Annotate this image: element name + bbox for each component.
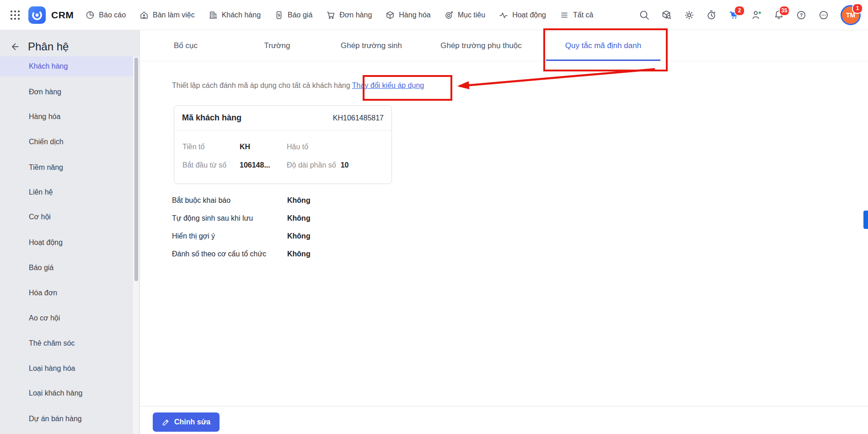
field-label: Tiền tố [182, 143, 240, 151]
crm-logo-icon[interactable] [28, 6, 46, 24]
sidebar-item-loai-hang-hoa[interactable]: Loại hàng hóa [0, 358, 134, 379]
nav-item-khach-hang[interactable]: Khách hàng [209, 11, 261, 20]
pencil-icon [162, 418, 170, 426]
reminder-clock-icon[interactable] [706, 10, 717, 21]
sidebar-item-label: Khách hàng [29, 62, 68, 71]
feedback-pull-tab[interactable] [863, 211, 868, 229]
cart-badge: 2 [734, 5, 745, 16]
settings-gear-icon[interactable] [684, 10, 695, 21]
field-hau-to: Hậu tố [287, 143, 313, 151]
sidebar-item-hang-hoa[interactable]: Hàng hóa [0, 107, 134, 127]
add-user-icon[interactable] [751, 10, 762, 21]
nav-item-don-hang[interactable]: Đơn hàng [326, 11, 372, 20]
sidebar-item-ao-co-hoi[interactable]: Ao cơ hội [0, 308, 134, 328]
nav-item-label: Khách hàng [222, 11, 261, 19]
app-grid-icon[interactable] [7, 7, 23, 23]
setting-label: Tự động sinh sau khi lưu [172, 214, 253, 222]
rule-description: Thiết lập cách đánh mã áp dụng cho tất c… [172, 81, 424, 90]
nav-item-bao-gia[interactable]: $ Báo giá [274, 11, 312, 20]
svg-text:$: $ [278, 13, 280, 17]
sidebar-item-label: Hoạt động [29, 239, 63, 247]
field-tien-to: Tiền tố KH [182, 143, 250, 151]
sidebar-item-label: Tiềm năng [29, 163, 63, 172]
nav-item-label: Đơn hàng [339, 11, 372, 19]
change-apply-type-link[interactable]: Thay đổi kiểu áp dụng [352, 81, 424, 89]
edit-button-label: Chỉnh sửa [174, 418, 210, 426]
nav-item-label: Báo cáo [99, 11, 126, 19]
field-do-dai-phan-so: Độ dài phần số 10 [287, 161, 348, 169]
sidebar-item-hoa-don[interactable]: Hóa đơn [0, 283, 134, 303]
setting-label: Bắt buộc khai báo [172, 196, 230, 205]
sidebar-item-label: Chiến dịch [29, 138, 64, 146]
help-icon[interactable]: ? [796, 10, 807, 21]
sidebar-item-tiem-nang[interactable]: Tiềm năng [0, 157, 134, 178]
module-sidebar: Phân hệ Khách hàng Đơn hàng Hàng hóa Chi… [0, 30, 140, 434]
more-options-icon[interactable] [818, 10, 829, 21]
nav-item-label: Bàn làm việc [153, 11, 195, 19]
sidebar-item-hoat-dong[interactable]: Hoạt động [0, 233, 134, 253]
rule-description-text: Thiết lập cách đánh mã áp dụng cho tất c… [172, 81, 350, 89]
activity-icon [499, 11, 508, 20]
field-value: KH [240, 143, 250, 151]
tab-label: Quy tắc mã định danh [565, 41, 641, 50]
code-card-title: Mã khách hàng [182, 113, 241, 123]
active-tab-underline [546, 60, 660, 61]
product-search-icon[interactable] [661, 10, 672, 21]
tab-quy-tac-ma-dinh-danh[interactable]: Quy tắc mã định danh [565, 30, 641, 61]
pie-chart-icon [86, 11, 95, 20]
sidebar-item-label: Loại hàng hóa [29, 364, 75, 373]
user-avatar[interactable]: TM 1 [841, 5, 861, 25]
setting-label: Hiển thị gợi ý [172, 232, 215, 240]
sidebar-item-lien-he[interactable]: Liên hệ [0, 182, 134, 202]
sidebar-item-loai-khach-hang[interactable]: Loại khách hàng [0, 383, 134, 403]
back-arrow-icon[interactable] [8, 40, 22, 54]
sidebar-item-co-hoi[interactable]: Cơ hội [0, 207, 134, 227]
sidebar-item-don-hang[interactable]: Đơn hàng [0, 82, 134, 102]
cart-orders-icon[interactable]: 2 [729, 10, 739, 21]
nav-item-hang-hoa[interactable]: Hàng hóa [386, 11, 430, 20]
nav-item-hoat-dong[interactable]: Hoạt động [499, 11, 546, 20]
sidebar-item-label: Loại khách hàng [29, 389, 82, 397]
sidebar-header: Phân hệ [0, 37, 139, 57]
building-icon [209, 11, 218, 20]
sidebar-item-label: Liên hệ [29, 188, 53, 196]
sample-code-value: KH1061485817 [333, 114, 384, 122]
sidebar-scrollbar-thumb[interactable] [134, 58, 138, 281]
field-bat-dau-tu-so: Bắt đầu từ số 106148... [182, 161, 270, 169]
setting-value: Không [287, 232, 311, 240]
edit-button[interactable]: Chỉnh sửa [153, 412, 220, 432]
tab-truong[interactable]: Trường [264, 30, 290, 61]
nav-item-tat-ca[interactable]: Tất cả [560, 11, 593, 20]
sidebar-item-khach-hang[interactable]: Khách hàng [0, 56, 134, 76]
sidebar-item-du-an-ban-hang[interactable]: Dự án bán hàng [0, 409, 134, 429]
tab-bo-cuc[interactable]: Bố cục [174, 30, 198, 61]
target-icon [445, 11, 454, 20]
sidebar-item-label: Hóa đơn [29, 289, 57, 297]
sidebar-item-bao-gia[interactable]: Báo giá [0, 258, 134, 278]
setting-value: Không [287, 214, 311, 222]
nav-item-muc-tieu[interactable]: Mục tiêu [445, 11, 485, 20]
tab-label: Bố cục [174, 41, 198, 50]
app-name: CRM [51, 10, 74, 21]
sidebar-item-label: Cơ hội [29, 213, 51, 221]
field-value: 106148... [240, 161, 270, 169]
nav-item-ban-lam-viec[interactable]: Bàn làm việc [139, 11, 195, 20]
tab-ghep-truong-phu-thuoc[interactable]: Ghép trường phụ thuộc [440, 30, 522, 61]
search-icon[interactable] [639, 10, 650, 21]
sidebar-item-the-cham-soc[interactable]: Thẻ chăm sóc [0, 333, 134, 353]
settings-tab-bar: Bố cục Trường Ghép trường sinh Ghép trườ… [140, 30, 868, 61]
sidebar-item-label: Thẻ chăm sóc [29, 339, 75, 347]
box-icon [386, 11, 395, 20]
top-bar-actions: 2 35 ? [639, 5, 861, 25]
nav-item-bao-cao[interactable]: Báo cáo [86, 11, 126, 20]
sidebar-item-label: Báo giá [29, 264, 54, 272]
sidebar-item-label: Dự án bán hàng [29, 415, 82, 423]
top-navigation: Báo cáo Bàn làm việc Khách hàng [86, 11, 593, 20]
tab-ghep-truong-sinh[interactable]: Ghép trường sinh [341, 30, 402, 61]
sidebar-item-chien-dich[interactable]: Chiến dịch [0, 132, 134, 152]
notifications-badge: 35 [779, 5, 790, 16]
main-content: Bố cục Trường Ghép trường sinh Ghép trườ… [140, 30, 868, 434]
nav-item-label: Mục tiêu [458, 11, 485, 19]
setting-label: Đánh số theo cơ cấu tổ chức [172, 250, 266, 258]
notifications-bell-icon[interactable]: 35 [773, 10, 784, 21]
